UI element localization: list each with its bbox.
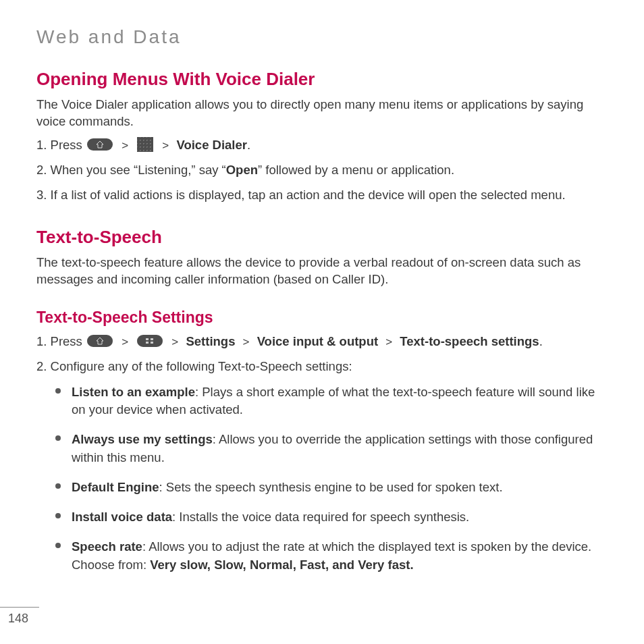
bullet-label: Listen to an example	[72, 385, 195, 399]
intro-opening-menus: The Voice Dialer application allows you …	[36, 97, 612, 130]
bullet-label: Install voice data	[72, 510, 172, 524]
path-settings: Settings	[186, 334, 235, 348]
list-item: Always use my settings: Allows you to ov…	[55, 431, 612, 466]
bullet-text: : Installs the voice data required for s…	[172, 510, 469, 524]
separator: >	[162, 139, 169, 152]
bullet-text: : Sets the speech synthesis engine to be…	[159, 480, 503, 494]
s1-step2-b: Open	[226, 163, 258, 177]
list-item: Default Engine: Sets the speech synthesi…	[55, 479, 612, 496]
menu-key-icon	[137, 335, 163, 347]
heading-opening-menus: Opening Menus With Voice Dialer	[36, 68, 612, 91]
svg-rect-0	[146, 338, 149, 340]
home-key-icon	[87, 138, 113, 151]
s1-step1: 1. Press > > Voice Dialer.	[36, 137, 612, 154]
s3-step1-end: .	[539, 334, 543, 348]
intro-tts: The text-to-speech feature allows the de…	[36, 254, 612, 288]
path-tts-settings: Text-to-speech settings	[400, 334, 539, 348]
apps-grid-icon	[137, 137, 153, 152]
heading-tts-settings: Text-to-Speech Settings	[36, 307, 612, 328]
list-item: Listen to an example: Plays a short exam…	[55, 383, 612, 419]
svg-rect-2	[146, 342, 149, 344]
s3-step2: 2. Configure any of the following Text-t…	[36, 358, 612, 375]
svg-rect-1	[151, 338, 153, 340]
section-header: Web and Data	[36, 24, 612, 50]
list-item: Install voice data: Installs the voice d…	[55, 508, 612, 526]
bullet-tail-bold: Very slow, Slow, Normal, Fast, and Very …	[150, 558, 413, 572]
heading-tts: Text-to-Speech	[36, 225, 612, 249]
separator: >	[122, 139, 128, 152]
bullet-label: Default Engine	[72, 480, 159, 494]
svg-rect-3	[151, 342, 153, 344]
tts-settings-list: Listen to an example: Plays a short exam…	[55, 383, 612, 574]
list-item: Speech rate: Allows you to adjust the ra…	[55, 538, 612, 574]
s1-step1-end: .	[247, 138, 250, 152]
s3-step1-pre: 1. Press	[36, 334, 86, 348]
bullet-label: Always use my settings	[72, 432, 213, 446]
separator: >	[385, 336, 392, 348]
s1-step3: 3. If a list of valid actions is display…	[36, 187, 612, 204]
page-number: 148	[0, 607, 39, 626]
s1-step2: 2. When you see “Listening,” say “Open” …	[36, 162, 612, 179]
separator: >	[243, 336, 250, 348]
separator: >	[171, 336, 178, 348]
s1-step1-target: Voice Dialer	[176, 138, 247, 152]
s1-step1-pre: 1. Press	[36, 138, 86, 152]
home-key-icon	[87, 335, 113, 347]
separator: >	[122, 336, 128, 348]
s3-step1: 1. Press > > Settings > Voice input & ou…	[36, 333, 612, 350]
path-voice-io: Voice input & output	[257, 334, 379, 348]
bullet-label: Speech rate	[72, 539, 142, 554]
s1-step2-a: 2. When you see “Listening,” say “	[36, 163, 226, 177]
s1-step2-c: ” followed by a menu or application.	[258, 163, 454, 177]
